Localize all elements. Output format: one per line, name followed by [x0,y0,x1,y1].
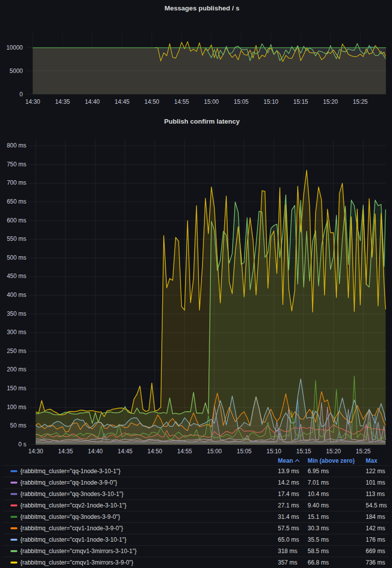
svg-text:14:50: 14:50 [144,98,159,105]
svg-text:35.5 ms: 35.5 ms [308,536,329,543]
svg-text:{rabbitmq_cluster="cmqv1-3mirr: {rabbitmq_cluster="cmqv1-3mirrors-3-10-1… [20,548,136,555]
svg-text:14:40: 14:40 [85,98,100,105]
svg-text:14:45: 14:45 [118,448,132,455]
svg-text:13.9 ms: 13.9 ms [278,468,299,475]
svg-text:15.1 ms: 15.1 ms [308,513,329,520]
svg-text:15:05: 15:05 [237,448,252,455]
svg-text:600 ms: 600 ms [7,217,26,224]
svg-text:800 ms: 800 ms [7,142,26,149]
svg-text:50 ms: 50 ms [10,422,26,429]
svg-text:Min (above zero): Min (above zero) [308,457,355,464]
svg-text:65.0 ms: 65.0 ms [278,536,299,543]
svg-text:184 ms: 184 ms [366,513,385,520]
svg-text:{rabbitmq_cluster="cmqv1-3mirr: {rabbitmq_cluster="cmqv1-3mirrors-3-9-0"… [20,559,133,566]
svg-text:9.40 ms: 9.40 ms [308,502,329,509]
svg-text:15:20: 15:20 [323,98,338,105]
svg-text:113 ms: 113 ms [366,491,385,497]
svg-text:15:15: 15:15 [296,448,311,455]
svg-text:54.5 ms: 54.5 ms [366,502,387,509]
svg-text:14:35: 14:35 [58,448,73,455]
svg-text:{rabbitmq_cluster="cqv2-1node-: {rabbitmq_cluster="cqv2-1node-3-10-1"} [20,502,127,509]
svg-text:500 ms: 500 ms [7,254,26,261]
svg-text:{rabbitmq_cluster="qq-3nodes-3: {rabbitmq_cluster="qq-3nodes-3-10-1"} [20,491,124,497]
svg-text:10000: 10000 [6,44,23,51]
svg-text:{rabbitmq_cluster="qq-1node-3-: {rabbitmq_cluster="qq-1node-3-10-1"} [20,468,121,475]
svg-text:318 ms: 318 ms [278,548,297,555]
svg-text:14:55: 14:55 [174,98,189,105]
svg-text:15:25: 15:25 [356,448,371,455]
svg-text:6.95 ms: 6.95 ms [308,468,329,475]
svg-text:176 ms: 176 ms [366,536,385,543]
svg-text:101 ms: 101 ms [366,479,385,486]
svg-text:15:00: 15:00 [207,448,222,455]
svg-text:31.4 ms: 31.4 ms [278,513,299,520]
svg-text:14:35: 14:35 [55,98,70,105]
svg-text:5000: 5000 [9,68,23,74]
svg-text:14:55: 14:55 [177,448,192,455]
svg-text:7.01 ms: 7.01 ms [308,479,329,486]
svg-text:400 ms: 400 ms [7,291,26,298]
svg-text:550 ms: 550 ms [7,235,26,242]
svg-text:17.4 ms: 17.4 ms [278,491,299,497]
svg-text:350 ms: 350 ms [7,310,26,317]
svg-text:15:05: 15:05 [234,98,249,105]
svg-text:Max: Max [366,457,378,464]
svg-text:27.1 ms: 27.1 ms [278,502,299,509]
svg-text:57.5 ms: 57.5 ms [278,525,299,532]
svg-text:14:40: 14:40 [88,448,103,455]
svg-text:{rabbitmq_cluster="cqv1-1node-: {rabbitmq_cluster="cqv1-1node-3-10-1"} [20,536,127,543]
svg-text:250 ms: 250 ms [7,348,26,355]
svg-text:122 ms: 122 ms [366,468,385,475]
svg-text:0 s: 0 s [18,441,26,448]
svg-text:669 ms: 669 ms [366,548,385,555]
svg-text:Publish confirm latency: Publish confirm latency [164,118,240,125]
svg-text:15:10: 15:10 [266,448,281,455]
svg-text:14:50: 14:50 [147,448,162,455]
svg-text:{rabbitmq_cluster="qq-3nodes-3: {rabbitmq_cluster="qq-3nodes-3-9-0"} [20,513,120,520]
svg-text:58.5 ms: 58.5 ms [308,548,329,555]
svg-text:750 ms: 750 ms [7,161,26,168]
svg-text:200 ms: 200 ms [7,366,26,373]
svg-text:30.3 ms: 30.3 ms [308,525,329,532]
svg-text:14:30: 14:30 [28,448,43,455]
svg-text:142 ms: 142 ms [366,525,385,532]
svg-text:10.4 ms: 10.4 ms [308,491,329,497]
svg-text:700 ms: 700 ms [7,179,26,186]
svg-text:{rabbitmq_cluster="qq-1node-3-: {rabbitmq_cluster="qq-1node-3-9-0"} [20,479,117,486]
svg-text:14:30: 14:30 [25,98,40,105]
svg-text:15:15: 15:15 [293,98,308,105]
svg-text:0: 0 [19,91,23,98]
svg-text:15:20: 15:20 [326,448,341,455]
svg-text:357 ms: 357 ms [278,559,297,566]
svg-text:300 ms: 300 ms [7,329,26,336]
svg-text:736 ms: 736 ms [366,559,385,566]
svg-text:14:45: 14:45 [115,98,130,105]
svg-text:650 ms: 650 ms [7,198,26,205]
svg-text:15:25: 15:25 [353,98,368,105]
svg-text:15:00: 15:00 [204,98,219,105]
svg-text:Messages published / s: Messages published / s [165,4,240,12]
svg-text:{rabbitmq_cluster="cqv1-1node-: {rabbitmq_cluster="cqv1-1node-3-9-0"} [20,525,123,532]
svg-text:66.8 ms: 66.8 ms [308,559,329,566]
svg-text:150 ms: 150 ms [7,385,26,392]
svg-text:450 ms: 450 ms [7,273,26,280]
svg-text:15:10: 15:10 [263,98,278,105]
svg-text:Mean: Mean [278,457,293,464]
svg-text:14.2 ms: 14.2 ms [278,479,299,486]
svg-text:100 ms: 100 ms [7,404,26,411]
